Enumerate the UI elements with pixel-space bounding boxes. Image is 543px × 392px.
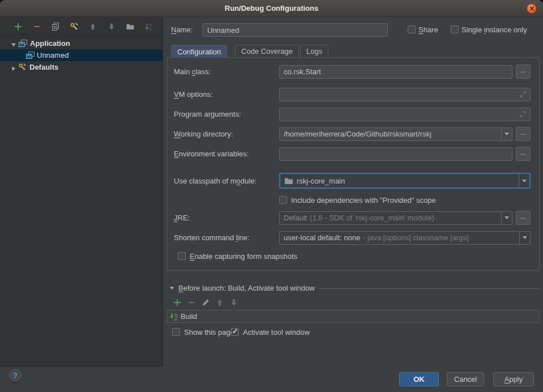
add-icon[interactable] (173, 298, 182, 307)
use-classpath-combobox[interactable]: rskj-core_main (279, 173, 531, 189)
remove-icon[interactable] (187, 298, 196, 307)
activate-tool-window-row: Activate tool window (231, 327, 310, 336)
environment-variables-input[interactable] (279, 147, 512, 161)
cancel-button[interactable]: Cancel (447, 372, 484, 386)
environment-variables-browse-button[interactable]: ... (516, 147, 531, 161)
environment-variables-label: Environment variables: (174, 150, 279, 158)
remove-icon[interactable] (32, 22, 41, 31)
collapse-arrow-icon[interactable] (169, 286, 174, 291)
include-provided-row: Include dependencies with "Provided" sco… (279, 195, 436, 204)
help-button[interactable]: ? (9, 369, 22, 382)
main-class-input[interactable]: co.rsk.Start (279, 65, 512, 79)
title-bar: Run/Debug Configurations (0, 0, 543, 17)
sort-configurations-icon[interactable]: az (144, 22, 153, 31)
before-launch-title: Before launch: Build, Activate tool wind… (178, 284, 315, 292)
jre-browse-button[interactable]: ... (516, 211, 531, 225)
show-this-page-checkbox[interactable] (172, 328, 180, 336)
working-directory-browse-button[interactable]: ... (516, 127, 531, 141)
jre-label: JRE: (174, 214, 279, 222)
main-class-browse-button[interactable]: ... (516, 65, 531, 79)
vm-options-input[interactable] (279, 88, 531, 101)
chevron-down-icon (504, 133, 509, 135)
single-instance-checkbox[interactable] (451, 25, 459, 33)
tree-item-defaults[interactable]: Defaults (0, 61, 163, 73)
tab-label: Logs (306, 47, 322, 56)
working-directory-combobox[interactable]: /home/meriherrera/Code/Github/rsksmart/r… (279, 127, 512, 141)
application-type-icon (26, 52, 35, 59)
tab-label: Code Coverage (241, 47, 293, 56)
before-launch-task-list: 011001 Build (167, 310, 540, 323)
shorten-command-line-combobox[interactable]: user-local default: none - java [options… (279, 231, 531, 245)
jre-value: Default (284, 214, 307, 222)
tree-item-label: Unnamed (37, 51, 69, 59)
vm-options-label: VM options: (174, 90, 279, 99)
working-directory-row: Working directory: /home/meriherrera/Cod… (174, 127, 531, 141)
ellipsis-icon: ... (520, 67, 526, 73)
close-button[interactable]: ✕ (527, 3, 537, 14)
include-provided-checkbox[interactable] (279, 196, 287, 204)
tab-label: Configuration (177, 48, 221, 56)
before-launch-header[interactable]: Before launch: Build, Activate tool wind… (169, 284, 540, 292)
ellipsis-icon: ... (520, 150, 526, 155)
name-input[interactable] (203, 23, 388, 37)
ellipsis-icon: ... (520, 130, 526, 135)
chevron-down-icon (523, 236, 527, 239)
chevron-down-icon[interactable] (11, 41, 16, 46)
copy-icon[interactable] (51, 22, 60, 31)
apply-button[interactable]: Apply (493, 372, 534, 386)
application-type-icon (19, 40, 27, 48)
chevron-down-icon (522, 180, 527, 182)
jre-row: JRE: Default (1.8 - SDK of 'rskj-core_ma… (174, 211, 531, 225)
edit-defaults-icon[interactable] (70, 22, 79, 31)
shorten-command-line-row: Shorten command line: user-local default… (174, 231, 531, 245)
activate-tool-window-checkbox[interactable] (231, 328, 239, 336)
move-down-icon[interactable] (107, 22, 116, 31)
svg-text:a: a (149, 23, 152, 27)
dropdown-button[interactable] (501, 128, 512, 140)
module-icon (284, 177, 293, 185)
cancel-label: Cancel (454, 375, 477, 384)
new-folder-icon[interactable] (126, 22, 135, 31)
move-up-icon[interactable] (88, 22, 97, 31)
chevron-right-icon[interactable] (11, 65, 16, 70)
separator-line (319, 288, 540, 289)
tab-logs[interactable]: Logs (300, 45, 328, 57)
svg-text:01: 01 (174, 318, 178, 320)
tree-item-application[interactable]: Application (0, 37, 163, 49)
expand-field-icon[interactable] (520, 91, 526, 97)
use-classpath-value: rskj-core_main (297, 177, 345, 185)
tree-item-unnamed[interactable]: Unnamed (0, 49, 163, 61)
move-down-icon[interactable] (229, 298, 238, 307)
jre-combobox[interactable]: Default (1.8 - SDK of 'rskj-core_main' m… (279, 211, 512, 225)
edit-icon[interactable] (201, 298, 210, 307)
dropdown-button[interactable] (519, 232, 530, 244)
ok-button[interactable]: OK (399, 372, 439, 386)
dropdown-button[interactable] (519, 174, 529, 188)
name-label: Name: (171, 25, 193, 34)
main-class-value: co.rsk.Start (284, 67, 321, 76)
dropdown-button[interactable] (501, 212, 512, 224)
environment-variables-row: Environment variables: ... (174, 147, 531, 161)
shorten-command-line-label: Shorten command line: (174, 233, 279, 242)
move-up-icon[interactable] (215, 298, 224, 307)
share-checkbox[interactable] (408, 25, 416, 33)
expand-field-icon[interactable] (520, 111, 526, 117)
tab-configuration[interactable]: Configuration (171, 45, 227, 58)
add-icon[interactable] (14, 22, 23, 31)
working-directory-label: Working directory: (174, 130, 279, 138)
capture-snapshots-checkbox[interactable] (178, 252, 186, 260)
tab-code-coverage[interactable]: Code Coverage (235, 45, 299, 57)
program-arguments-input[interactable] (279, 108, 531, 121)
capture-snapshots-label: Enable capturing form snapshots (190, 252, 297, 261)
tree-item-label: Defaults (29, 63, 58, 71)
share-label: Share (418, 25, 438, 34)
capture-snapshots-row: Enable capturing form snapshots (178, 252, 297, 261)
working-directory-value: /home/meriherrera/Code/Github/rsksmart/r… (284, 130, 431, 138)
use-classpath-label: Use classpath of module: (174, 177, 279, 185)
before-launch-toolbar (173, 298, 238, 307)
defaults-wrench-icon (18, 63, 27, 71)
ellipsis-icon: ... (520, 214, 526, 219)
vm-options-row: VM options: (174, 87, 531, 101)
task-row-build[interactable]: 011001 Build (168, 310, 539, 322)
show-this-page-row: Show this page (172, 327, 234, 336)
